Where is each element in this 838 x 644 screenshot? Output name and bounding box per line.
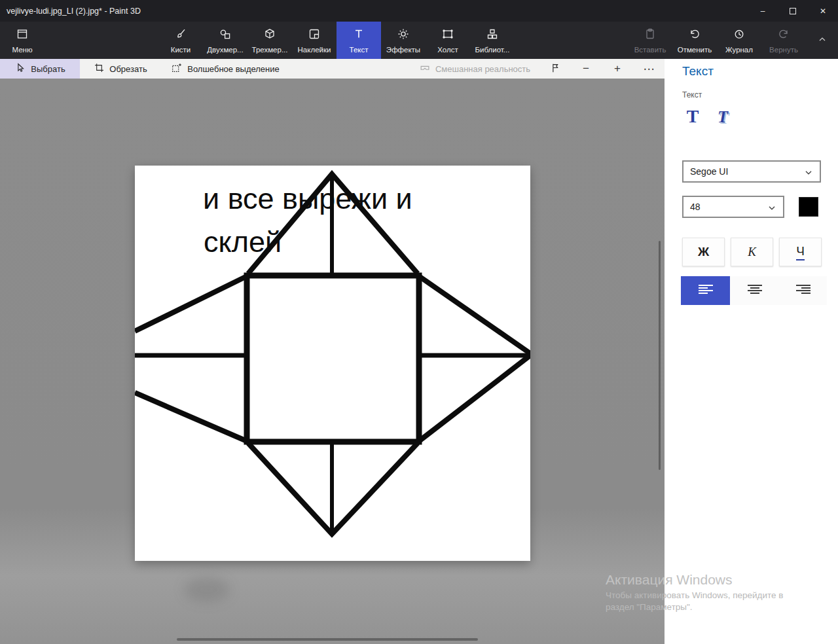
- canvas-text-line2: склей: [204, 225, 282, 259]
- bold-label: Ж: [698, 245, 709, 259]
- font-size-value: 48: [690, 202, 701, 212]
- title-bar: vejlivye-ludi.jpg_LI (2).jpg* - Paint 3D…: [0, 0, 838, 22]
- undo-icon: [688, 27, 701, 43]
- panel-section-label: Текст: [682, 90, 702, 99]
- tab-3d-shapes[interactable]: Трехмер...: [247, 22, 292, 59]
- tab-label: Холст: [437, 46, 458, 54]
- library-icon: [486, 27, 499, 43]
- chevron-down-icon: [766, 202, 778, 216]
- canvas-workspace: и все вырежи и склей: [0, 79, 665, 644]
- fit-to-view-button[interactable]: [543, 59, 567, 79]
- zoom-in-icon: +: [614, 62, 621, 75]
- mixed-reality-label: Смешанная реальность: [435, 64, 530, 74]
- envelope-drawing: и все вырежи и склей: [135, 166, 530, 561]
- paste-icon: [644, 27, 657, 43]
- minimize-button[interactable]: –: [748, 0, 778, 22]
- ellipsis-icon: ⋯: [644, 62, 655, 76]
- select-label: Выбрать: [31, 64, 65, 74]
- maximize-button[interactable]: [778, 0, 808, 22]
- italic-label: К: [748, 245, 756, 259]
- redo-button: Вернуть: [761, 22, 806, 59]
- zoom-out-icon: −: [583, 62, 589, 75]
- tab-label: Библиот...: [475, 46, 510, 54]
- font-family-value: Segoe UI: [690, 166, 728, 177]
- menu-label: Меню: [12, 46, 32, 54]
- paint3d-window: vejlivye-ludi.jpg_LI (2).jpg* - Paint 3D…: [0, 0, 838, 644]
- undo-button[interactable]: Отменить: [672, 22, 717, 59]
- tab-canvas[interactable]: Холст: [426, 22, 470, 59]
- brush-icon: [174, 27, 187, 43]
- action-label: Отменить: [678, 46, 712, 54]
- align-left-icon: [699, 284, 713, 297]
- close-button[interactable]: ✕: [808, 0, 838, 22]
- magic-select-label: Волшебное выделение: [187, 64, 280, 74]
- tab-label: Наклейки: [298, 46, 331, 54]
- tab-stickers[interactable]: Наклейки: [292, 22, 337, 59]
- action-label: Журнал: [725, 46, 753, 54]
- stickers-icon: [308, 27, 321, 43]
- italic-button[interactable]: К: [731, 238, 773, 266]
- sun-icon: [397, 27, 410, 43]
- crop-button[interactable]: Обрезать: [84, 59, 157, 79]
- crop-label: Обрезать: [109, 64, 147, 74]
- font-size-dropdown[interactable]: 48: [682, 196, 784, 218]
- menu-button[interactable]: Меню: [4, 22, 41, 59]
- zoom-out-button[interactable]: −: [574, 59, 598, 79]
- 3d-text-icon: T: [718, 107, 728, 127]
- tab-label: Текст: [350, 46, 369, 54]
- horizontal-scrollbar[interactable]: [177, 638, 478, 641]
- magic-select-button[interactable]: Волшебное выделение: [161, 59, 289, 79]
- history-clock-icon: [733, 27, 746, 43]
- collapse-ribbon-button[interactable]: [811, 22, 834, 59]
- zoom-in-button[interactable]: +: [606, 59, 629, 79]
- drawing-canvas[interactable]: и все вырежи и склей: [135, 166, 530, 561]
- chevron-up-icon: [817, 34, 828, 47]
- cursor-icon: [14, 62, 26, 76]
- menu-icon: [16, 27, 29, 43]
- history-button[interactable]: Журнал: [717, 22, 761, 59]
- underline-label: Ч: [796, 244, 805, 260]
- bold-button[interactable]: Ж: [682, 238, 725, 266]
- close-icon: ✕: [820, 7, 826, 16]
- mixed-reality-button: Смешанная реальность: [415, 59, 534, 79]
- tab-label: Трехмер...: [252, 46, 288, 54]
- tab-text[interactable]: Текст: [337, 22, 381, 59]
- align-right-icon: [796, 284, 811, 297]
- tool-ribbon: Выбрать Обрезать Волшебное выделение Сме…: [0, 59, 665, 79]
- canvas-icon: [441, 27, 454, 43]
- tab-effects[interactable]: Эффекты: [381, 22, 426, 59]
- canvas-text-line1: и все вырежи и: [203, 182, 412, 215]
- select-button[interactable]: Выбрать: [0, 59, 80, 79]
- action-label: Вернуть: [769, 46, 798, 54]
- maximize-icon: [790, 8, 796, 14]
- tab-2d-shapes[interactable]: Двухмер...: [203, 22, 247, 59]
- paste-button: Вставить: [628, 22, 672, 59]
- tab-library[interactable]: Библиот...: [470, 22, 515, 59]
- 2d-text-button[interactable]: T: [680, 103, 705, 127]
- main-toolbar: Меню Кисти Двухмер... Трехмер... Наклейк…: [0, 22, 838, 59]
- 3d-text-button[interactable]: T: [710, 103, 735, 127]
- crop-icon: [94, 62, 105, 75]
- vertical-scrollbar[interactable]: [659, 241, 661, 470]
- text-icon: [352, 27, 365, 43]
- tab-label: Эффекты: [386, 46, 420, 54]
- align-center-button[interactable]: [730, 276, 779, 305]
- action-label: Вставить: [634, 46, 666, 54]
- 2d-shapes-icon: [219, 27, 232, 43]
- 3d-shapes-icon: [263, 27, 276, 43]
- 2d-text-icon: T: [687, 106, 699, 127]
- text-color-swatch[interactable]: [799, 197, 818, 217]
- magic-select-icon: [171, 62, 183, 76]
- align-left-button[interactable]: [681, 276, 730, 305]
- flag-icon: [549, 62, 561, 76]
- tab-label: Двухмер...: [207, 46, 243, 54]
- underline-button[interactable]: Ч: [779, 238, 822, 266]
- align-right-button[interactable]: [779, 276, 827, 305]
- tab-brushes[interactable]: Кисти: [158, 22, 203, 59]
- window-title: vejlivye-ludi.jpg_LI (2).jpg* - Paint 3D: [0, 7, 141, 16]
- minimize-icon: –: [761, 7, 765, 16]
- font-family-dropdown[interactable]: Segoe UI: [682, 160, 821, 183]
- redo-icon: [777, 27, 790, 43]
- more-options-button[interactable]: ⋯: [637, 59, 661, 79]
- canvas-reflection: [184, 577, 230, 602]
